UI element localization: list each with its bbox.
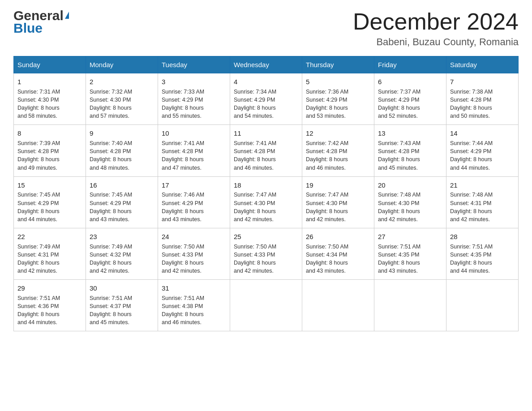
calendar-cell: 8Sunrise: 7:39 AMSunset: 4:28 PMDaylight…: [14, 125, 86, 176]
day-number: 26: [306, 232, 370, 242]
day-info: Sunrise: 7:38 AMSunset: 4:28 PMDaylight:…: [450, 88, 515, 120]
calendar-cell: 5Sunrise: 7:36 AMSunset: 4:29 PMDaylight…: [302, 73, 374, 125]
calendar-cell: 25Sunrise: 7:50 AMSunset: 4:33 PMDayligh…: [230, 228, 302, 279]
title-block: December 2024 Babeni, Buzau County, Roma…: [353, 9, 519, 48]
day-number: 25: [234, 232, 298, 242]
week-row-2: 8Sunrise: 7:39 AMSunset: 4:28 PMDaylight…: [14, 125, 519, 176]
calendar-cell: 26Sunrise: 7:50 AMSunset: 4:34 PMDayligh…: [302, 228, 374, 279]
col-header-monday: Monday: [86, 56, 158, 73]
day-info: Sunrise: 7:51 AMSunset: 4:35 PMDaylight:…: [378, 243, 442, 275]
col-header-wednesday: Wednesday: [230, 56, 302, 73]
day-info: Sunrise: 7:43 AMSunset: 4:28 PMDaylight:…: [378, 139, 442, 172]
day-info: Sunrise: 7:32 AMSunset: 4:30 PMDaylight:…: [90, 88, 154, 120]
calendar-cell: 30Sunrise: 7:51 AMSunset: 4:37 PMDayligh…: [86, 280, 158, 331]
day-number: 29: [17, 283, 82, 293]
day-number: 4: [234, 77, 298, 87]
day-info: Sunrise: 7:40 AMSunset: 4:28 PMDaylight:…: [90, 139, 154, 172]
calendar-cell: 6Sunrise: 7:37 AMSunset: 4:29 PMDaylight…: [374, 73, 446, 125]
day-info: Sunrise: 7:34 AMSunset: 4:29 PMDaylight:…: [234, 88, 298, 120]
day-number: 7: [450, 77, 515, 87]
logo-triangle-icon: [65, 12, 69, 19]
day-number: 2: [90, 77, 154, 87]
day-info: Sunrise: 7:36 AMSunset: 4:29 PMDaylight:…: [306, 88, 370, 120]
day-number: 14: [450, 128, 515, 138]
page-header: General Blue December 2024 Babeni, Buzau…: [13, 9, 519, 48]
day-number: 20: [378, 180, 442, 190]
day-number: 6: [378, 77, 442, 87]
calendar-cell: 4Sunrise: 7:34 AMSunset: 4:29 PMDaylight…: [230, 73, 302, 125]
day-info: Sunrise: 7:47 AMSunset: 4:30 PMDaylight:…: [306, 191, 370, 223]
day-info: Sunrise: 7:41 AMSunset: 4:28 PMDaylight:…: [234, 139, 298, 172]
day-info: Sunrise: 7:31 AMSunset: 4:30 PMDaylight:…: [17, 88, 82, 120]
day-info: Sunrise: 7:51 AMSunset: 4:38 PMDaylight:…: [162, 294, 226, 327]
calendar-cell: 11Sunrise: 7:41 AMSunset: 4:28 PMDayligh…: [230, 125, 302, 176]
week-row-5: 29Sunrise: 7:51 AMSunset: 4:36 PMDayligh…: [14, 280, 519, 331]
calendar-cell: 21Sunrise: 7:48 AMSunset: 4:31 PMDayligh…: [446, 176, 519, 228]
day-number: 8: [17, 128, 82, 138]
day-info: Sunrise: 7:46 AMSunset: 4:29 PMDaylight:…: [162, 191, 226, 223]
week-row-3: 15Sunrise: 7:45 AMSunset: 4:29 PMDayligh…: [14, 176, 519, 228]
col-header-saturday: Saturday: [446, 56, 519, 73]
calendar-cell: 22Sunrise: 7:49 AMSunset: 4:31 PMDayligh…: [14, 228, 86, 279]
calendar-cell: 1Sunrise: 7:31 AMSunset: 4:30 PMDaylight…: [14, 73, 86, 125]
day-number: 5: [306, 77, 370, 87]
week-row-4: 22Sunrise: 7:49 AMSunset: 4:31 PMDayligh…: [14, 228, 519, 279]
calendar-cell: 10Sunrise: 7:41 AMSunset: 4:28 PMDayligh…: [158, 125, 230, 176]
day-info: Sunrise: 7:45 AMSunset: 4:29 PMDaylight:…: [17, 191, 82, 223]
day-info: Sunrise: 7:41 AMSunset: 4:28 PMDaylight:…: [162, 139, 226, 172]
day-number: 9: [90, 128, 154, 138]
week-row-1: 1Sunrise: 7:31 AMSunset: 4:30 PMDaylight…: [14, 73, 519, 125]
location-subtitle: Babeni, Buzau County, Romania: [353, 36, 519, 48]
calendar-cell: 24Sunrise: 7:50 AMSunset: 4:33 PMDayligh…: [158, 228, 230, 279]
day-number: 13: [378, 128, 442, 138]
day-info: Sunrise: 7:37 AMSunset: 4:29 PMDaylight:…: [378, 88, 442, 120]
calendar-cell: 15Sunrise: 7:45 AMSunset: 4:29 PMDayligh…: [14, 176, 86, 228]
day-info: Sunrise: 7:50 AMSunset: 4:34 PMDaylight:…: [306, 243, 370, 275]
day-info: Sunrise: 7:48 AMSunset: 4:30 PMDaylight:…: [378, 191, 442, 223]
day-number: 10: [162, 128, 226, 138]
calendar-cell: 17Sunrise: 7:46 AMSunset: 4:29 PMDayligh…: [158, 176, 230, 228]
calendar-cell: 20Sunrise: 7:48 AMSunset: 4:30 PMDayligh…: [374, 176, 446, 228]
day-number: 23: [90, 232, 154, 242]
calendar-cell: 31Sunrise: 7:51 AMSunset: 4:38 PMDayligh…: [158, 280, 230, 331]
col-header-friday: Friday: [374, 56, 446, 73]
day-number: 11: [234, 128, 298, 138]
day-info: Sunrise: 7:49 AMSunset: 4:32 PMDaylight:…: [90, 243, 154, 275]
calendar-cell: 14Sunrise: 7:44 AMSunset: 4:29 PMDayligh…: [446, 125, 519, 176]
day-info: Sunrise: 7:51 AMSunset: 4:37 PMDaylight:…: [90, 294, 154, 327]
calendar-cell: 16Sunrise: 7:45 AMSunset: 4:29 PMDayligh…: [86, 176, 158, 228]
calendar-cell: 18Sunrise: 7:47 AMSunset: 4:30 PMDayligh…: [230, 176, 302, 228]
calendar-cell: [230, 280, 302, 331]
calendar-cell: 13Sunrise: 7:43 AMSunset: 4:28 PMDayligh…: [374, 125, 446, 176]
calendar-cell: 7Sunrise: 7:38 AMSunset: 4:28 PMDaylight…: [446, 73, 519, 125]
calendar-cell: 27Sunrise: 7:51 AMSunset: 4:35 PMDayligh…: [374, 228, 446, 279]
logo-blue-text: Blue: [13, 21, 43, 36]
day-info: Sunrise: 7:47 AMSunset: 4:30 PMDaylight:…: [234, 191, 298, 223]
calendar-cell: 28Sunrise: 7:51 AMSunset: 4:35 PMDayligh…: [446, 228, 519, 279]
day-number: 15: [17, 180, 82, 190]
day-number: 12: [306, 128, 370, 138]
day-info: Sunrise: 7:39 AMSunset: 4:28 PMDaylight:…: [17, 139, 82, 172]
calendar-cell: [374, 280, 446, 331]
day-number: 31: [162, 283, 226, 293]
day-info: Sunrise: 7:50 AMSunset: 4:33 PMDaylight:…: [234, 243, 298, 275]
month-year-title: December 2024: [353, 9, 519, 34]
day-number: 3: [162, 77, 226, 87]
calendar-cell: 19Sunrise: 7:47 AMSunset: 4:30 PMDayligh…: [302, 176, 374, 228]
day-info: Sunrise: 7:48 AMSunset: 4:31 PMDaylight:…: [450, 191, 515, 223]
day-number: 17: [162, 180, 226, 190]
logo: General Blue: [13, 9, 69, 36]
day-info: Sunrise: 7:44 AMSunset: 4:29 PMDaylight:…: [450, 139, 515, 172]
calendar-table: SundayMondayTuesdayWednesdayThursdayFrid…: [13, 56, 519, 331]
day-number: 30: [90, 283, 154, 293]
day-number: 18: [234, 180, 298, 190]
calendar-header-row: SundayMondayTuesdayWednesdayThursdayFrid…: [14, 56, 519, 73]
day-info: Sunrise: 7:51 AMSunset: 4:35 PMDaylight:…: [450, 243, 515, 275]
calendar-cell: 12Sunrise: 7:42 AMSunset: 4:28 PMDayligh…: [302, 125, 374, 176]
day-number: 19: [306, 180, 370, 190]
day-number: 27: [378, 232, 442, 242]
calendar-cell: [302, 280, 374, 331]
day-info: Sunrise: 7:42 AMSunset: 4:28 PMDaylight:…: [306, 139, 370, 172]
col-header-tuesday: Tuesday: [158, 56, 230, 73]
day-number: 21: [450, 180, 515, 190]
